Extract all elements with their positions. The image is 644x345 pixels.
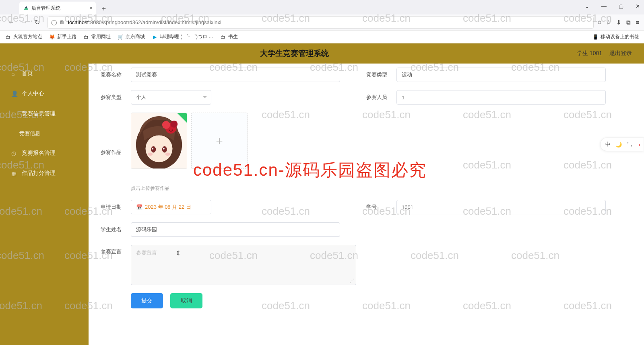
nav-back-icon[interactable]: ← xyxy=(6,17,17,28)
browser-tab-bar: 后台管理系统 × + xyxy=(0,0,644,14)
bookmark-item[interactable]: 🛒京东商城 xyxy=(117,33,145,40)
home-icon: ⌂ xyxy=(11,70,18,77)
app-title: 大学生竞赛管理系统 xyxy=(12,48,577,59)
label-comp-name: 竞赛名称 xyxy=(101,71,131,78)
svg-point-11 xyxy=(162,121,170,129)
tab-close-icon[interactable]: × xyxy=(89,5,93,11)
moon-icon[interactable]: 🌙 xyxy=(615,142,622,148)
svg-point-3 xyxy=(145,135,172,162)
input-comp-name[interactable] xyxy=(131,68,340,82)
nav-forward-icon[interactable]: → xyxy=(19,17,30,28)
sidebar-item-comp-info-mgmt[interactable]: ≡竞赛信息管理 xyxy=(0,104,89,124)
url-path: :8080/springbootrd362/admin/dist/index.h… xyxy=(89,19,221,25)
svg-point-5 xyxy=(162,146,167,153)
app-header: 大学生竞赛管理系统 学生 1001 退出登录 xyxy=(0,43,644,64)
input-apply-date[interactable]: 📅 2023 年 08 月 22 日 xyxy=(131,200,211,214)
bookmark-mobile[interactable]: 📱移动设备上的书签 xyxy=(592,33,639,40)
upload-thumbnail[interactable] xyxy=(131,113,187,169)
upload-hint: 点击上传参赛作品 xyxy=(131,185,248,192)
shield-icon: ◯ xyxy=(51,19,57,25)
sidebar-item-score-mgmt[interactable]: ▦作品打分管理 xyxy=(0,163,89,183)
list-icon: ≡ xyxy=(11,111,18,117)
bookmark-star-icon[interactable]: ☆ xyxy=(606,18,611,26)
signup-icon: ◷ xyxy=(11,150,18,156)
sidebar: ⌂首页 👤个人中心 ≡竞赛信息管理 竞赛信息 ◷竞赛报名管理 ▦作品打分管理 xyxy=(0,64,89,345)
qr-icon[interactable]: ⌗ xyxy=(598,19,601,26)
bookmarks-bar: 🗀火狐官方站点 🦊新手上路 🗀常用网址 🛒京东商城 ▶哔哩哔哩 ( ゜- ゜)つ… xyxy=(0,31,644,43)
ime-punct[interactable]: "， xyxy=(627,141,634,148)
svg-point-6 xyxy=(152,148,153,150)
label-entry-work: 参赛作品 xyxy=(101,149,131,156)
user-icon: 👤 xyxy=(11,90,18,97)
folder-icon: 🗀 xyxy=(5,34,11,40)
vue-favicon-icon xyxy=(23,5,29,11)
resize-handle-icon[interactable]: ⋰ xyxy=(349,277,355,283)
folder-icon: 🗀 xyxy=(220,34,226,40)
svg-point-9 xyxy=(165,153,170,156)
score-icon: ▦ xyxy=(11,170,18,177)
input-student-no[interactable] xyxy=(396,200,606,214)
firefox-icon: 🦊 xyxy=(49,34,55,40)
tab-add-button[interactable]: + xyxy=(98,3,109,14)
folder-icon: 🗀 xyxy=(83,34,89,40)
input-entry-people[interactable] xyxy=(396,90,606,105)
textarea-slogan[interactable]: 参赛宣言 ⇕ ⋰ xyxy=(131,245,356,285)
label-slogan: 参赛宣言 xyxy=(101,245,131,255)
url-host: localhost xyxy=(68,19,89,25)
label-student-name: 学生姓名 xyxy=(101,226,131,233)
bookmark-item[interactable]: 🦊新手上路 xyxy=(49,33,76,40)
bookmark-item[interactable]: 🗀书生 xyxy=(220,33,238,40)
address-bar: ← → ↻ ◯ 🗎 localhost:8080/springbootrd362… xyxy=(0,14,644,31)
label-student-no: 学号 xyxy=(366,203,396,211)
label-apply-date: 申请日期 xyxy=(101,203,131,211)
url-input[interactable]: ◯ 🗎 localhost:8080/springbootrd362/admin… xyxy=(47,16,594,29)
upload-success-icon xyxy=(177,113,187,123)
upload-add-button[interactable]: ＋ xyxy=(191,113,248,169)
nav-reload-icon[interactable]: ↻ xyxy=(31,17,43,28)
resize-cursor-icon: ⇕ xyxy=(175,249,181,257)
window-close-icon[interactable]: ✕ xyxy=(636,3,640,9)
window-chevron-icon[interactable]: ⌄ xyxy=(585,3,589,9)
download-icon[interactable]: ⬇ xyxy=(616,19,621,26)
page-info-icon: 🗎 xyxy=(60,19,65,25)
ime-toolbar[interactable]: 中 🌙 "， › xyxy=(600,138,644,151)
logout-button[interactable]: 退出登录 xyxy=(609,50,632,57)
sidebar-item-personal[interactable]: 👤个人中心 xyxy=(0,84,89,104)
calendar-icon: 📅 xyxy=(136,204,142,210)
sidebar-item-home[interactable]: ⌂首页 xyxy=(0,64,89,84)
cancel-button[interactable]: 取消 xyxy=(170,293,202,308)
sidebar-item-signup-mgmt[interactable]: ◷竞赛报名管理 xyxy=(0,143,89,163)
window-controls: ⌄ — ▢ ✕ xyxy=(585,3,640,9)
menu-icon[interactable]: ≡ xyxy=(636,19,639,26)
chevron-right-icon[interactable]: › xyxy=(639,142,640,148)
svg-point-8 xyxy=(148,153,153,156)
sidebar-subitem-comp-info[interactable]: 竞赛信息 xyxy=(0,124,89,143)
window-minimize-icon[interactable]: — xyxy=(601,3,607,9)
bookmark-item[interactable]: 🗀常用网址 xyxy=(83,33,111,40)
select-entry-type[interactable]: 个人 xyxy=(131,90,211,105)
label-entry-people: 参赛人员 xyxy=(366,94,396,101)
bookmark-item[interactable]: 🗀火狐官方站点 xyxy=(5,33,42,40)
main-content: 竞赛名称 竞赛类型 参赛类型 个人 参赛人员 参赛作品 xyxy=(89,64,644,345)
current-user: 学生 1001 xyxy=(577,50,602,57)
jd-icon: 🛒 xyxy=(117,34,124,40)
ime-lang[interactable]: 中 xyxy=(605,141,611,148)
bilibili-icon: ▶ xyxy=(151,34,158,40)
label-entry-type: 参赛类型 xyxy=(101,94,131,101)
browser-tab[interactable]: 后台管理系统 × xyxy=(19,2,96,14)
window-maximize-icon[interactable]: ▢ xyxy=(619,3,623,9)
svg-point-7 xyxy=(163,148,165,150)
svg-point-4 xyxy=(151,146,156,153)
input-student-name[interactable] xyxy=(131,222,340,237)
tab-title: 后台管理系统 xyxy=(31,5,60,12)
input-comp-type[interactable] xyxy=(396,68,606,82)
submit-button[interactable]: 提交 xyxy=(131,293,163,308)
extensions-icon[interactable]: ⧉ xyxy=(626,19,631,26)
label-comp-type: 竞赛类型 xyxy=(366,71,396,78)
mobile-icon: 📱 xyxy=(592,34,599,40)
bookmark-item[interactable]: ▶哔哩哔哩 ( ゜- ゜)つロ … xyxy=(151,33,213,40)
